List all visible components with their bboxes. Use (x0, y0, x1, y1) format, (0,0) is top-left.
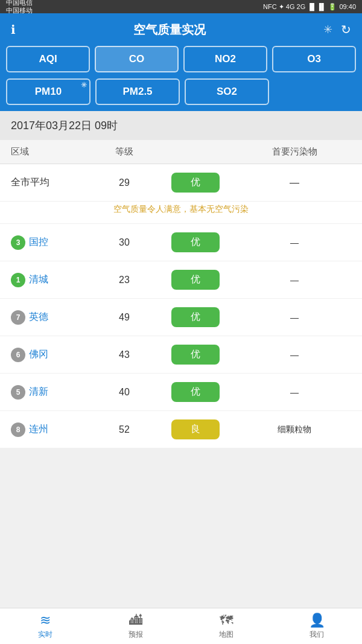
tab-bar: AQI CO NO2 O3 (0, 46, 362, 78)
region-row: 8 连州 52 良 细颗粒物 (0, 410, 362, 448)
rank-badge: 3 (11, 235, 25, 250)
average-row: 全市平均 29 优 — (11, 173, 351, 193)
avg-grade-btn: 优 (171, 173, 220, 193)
avg-grade-badge: 优 (153, 173, 238, 193)
col-header-region: 区域 (11, 146, 96, 158)
region-pollutant: — (238, 350, 351, 360)
region-name-cell: 8 连州 (11, 422, 96, 437)
col-header-pollutant: 首要污染物 (238, 146, 351, 158)
region-name[interactable]: 连州 (29, 423, 48, 436)
region-grade: 优 (153, 345, 238, 365)
region-name-cell: 1 清城 (11, 273, 96, 287)
average-section: 全市平均 29 优 — (0, 164, 362, 202)
region-name[interactable]: 国控 (29, 236, 48, 249)
nav-forecast[interactable]: 🏙 预报 (91, 608, 181, 644)
region-value: 23 (96, 275, 153, 285)
region-grade-btn: 优 (171, 382, 220, 402)
rank-badge: 5 (11, 385, 25, 400)
tab-PM25[interactable]: PM2.5 (95, 78, 180, 105)
realtime-icon: ≋ (40, 613, 51, 628)
nav-forecast-label: 预报 (129, 630, 143, 640)
region-grade-btn: 优 (171, 270, 220, 290)
region-name-cell: 7 英德 (11, 310, 96, 325)
status-right: NFC ✦ 4G 2G ▐▌▐▌ 🔋 09:40 (263, 3, 356, 11)
network-icons: NFC ✦ 4G 2G ▐▌▐▌ (263, 3, 326, 11)
bottom-nav: ≋ 实时 🏙 预报 🗺 地图 👤 我们 (0, 608, 362, 644)
tab-O3[interactable]: O3 (272, 46, 356, 72)
region-name[interactable]: 英德 (29, 311, 48, 324)
region-grade-btn: 优 (171, 345, 220, 365)
region-list: 3 国控 30 优 — 1 清城 23 优 — 7 英德 49 (0, 223, 362, 448)
region-name[interactable]: 清新 (29, 386, 48, 398)
page-title: 空气质量实况 (133, 22, 206, 38)
region-pollutant: 细颗粒物 (238, 424, 351, 435)
nav-realtime-label: 实时 (38, 630, 52, 640)
date-section: 2017年03月22日 09时 (0, 111, 362, 140)
region-row: 3 国控 30 优 — (0, 223, 362, 261)
region-pollutant: — (238, 387, 351, 397)
nav-map[interactable]: 🗺 地图 (181, 608, 272, 644)
tab-bar-row2: PM10 ✳ PM2.5 SO2 (0, 78, 362, 111)
rank-badge: 1 (11, 273, 25, 287)
nav-realtime[interactable]: ≋ 实时 (0, 608, 91, 644)
header: ℹ 空气质量实况 ✳ ↻ (0, 13, 362, 46)
avg-label: 全市平均 (11, 176, 96, 189)
region-pollutant: — (238, 313, 351, 322)
nav-us-label: 我们 (310, 630, 324, 640)
map-icon: 🗺 (220, 613, 233, 628)
carrier-info: 中国电信 中国移动 (6, 0, 33, 14)
tab-PM10[interactable]: PM10 ✳ (6, 78, 91, 105)
subtitle: 空气质量令人满意，基本无空气污染 (0, 202, 362, 223)
region-grade: 优 (153, 382, 238, 402)
tab-NO2[interactable]: NO2 (183, 46, 267, 72)
date-label: 2017年03月22日 09时 (11, 120, 118, 132)
table-header: 区域 等级 首要污染物 (0, 140, 362, 164)
rank-badge: 6 (11, 348, 25, 362)
avg-value: 29 (96, 177, 153, 188)
region-value: 43 (96, 349, 153, 360)
info-icon[interactable]: ℹ (11, 22, 16, 37)
region-name[interactable]: 清城 (29, 273, 48, 286)
region-row: 5 清新 40 优 — (0, 373, 362, 410)
dandelion-tab-icon: ✳ (81, 81, 87, 89)
status-bar: 中国电信 中国移动 NFC ✦ 4G 2G ▐▌▐▌ 🔋 09:40 (0, 0, 362, 13)
us-icon: 👤 (309, 613, 325, 628)
region-name-cell: 6 佛冈 (11, 348, 96, 362)
battery-icon: 🔋 (328, 3, 337, 11)
tab-SO2[interactable]: SO2 (185, 78, 269, 105)
region-grade: 优 (153, 232, 238, 252)
region-grade: 优 (153, 307, 238, 327)
region-value: 30 (96, 237, 153, 248)
region-value: 40 (96, 387, 153, 398)
carrier1: 中国电信 (6, 0, 33, 7)
region-row: 1 清城 23 优 — (0, 261, 362, 298)
region-value: 49 (96, 312, 153, 323)
rank-badge: 8 (11, 422, 25, 437)
tab-pm10-label: PM10 (35, 86, 62, 97)
dandelion-icon: ✳ (323, 23, 332, 36)
region-grade: 良 (153, 419, 238, 439)
nav-us[interactable]: 👤 我们 (272, 608, 362, 644)
region-grade: 优 (153, 270, 238, 290)
region-grade-btn: 优 (171, 232, 220, 252)
region-name-cell: 5 清新 (11, 385, 96, 400)
region-grade-btn: 良 (171, 419, 220, 439)
col-header-level: 等级 (96, 146, 153, 158)
avg-pollutant: — (238, 177, 351, 188)
forecast-icon: 🏙 (129, 613, 142, 628)
region-pollutant: — (238, 275, 351, 285)
region-name-cell: 3 国控 (11, 235, 96, 250)
tab-AQI[interactable]: AQI (6, 46, 90, 72)
region-row: 7 英德 49 优 — (0, 298, 362, 336)
refresh-icon[interactable]: ↻ (341, 22, 351, 37)
region-grade-btn: 优 (171, 307, 220, 327)
nav-map-label: 地图 (219, 630, 233, 640)
tab-CO[interactable]: CO (95, 46, 179, 72)
region-pollutant: — (238, 238, 351, 247)
region-name[interactable]: 佛冈 (29, 348, 48, 361)
rank-badge: 7 (11, 310, 25, 325)
time: 09:40 (339, 3, 356, 10)
region-row: 6 佛冈 43 优 — (0, 336, 362, 373)
region-value: 52 (96, 424, 153, 435)
